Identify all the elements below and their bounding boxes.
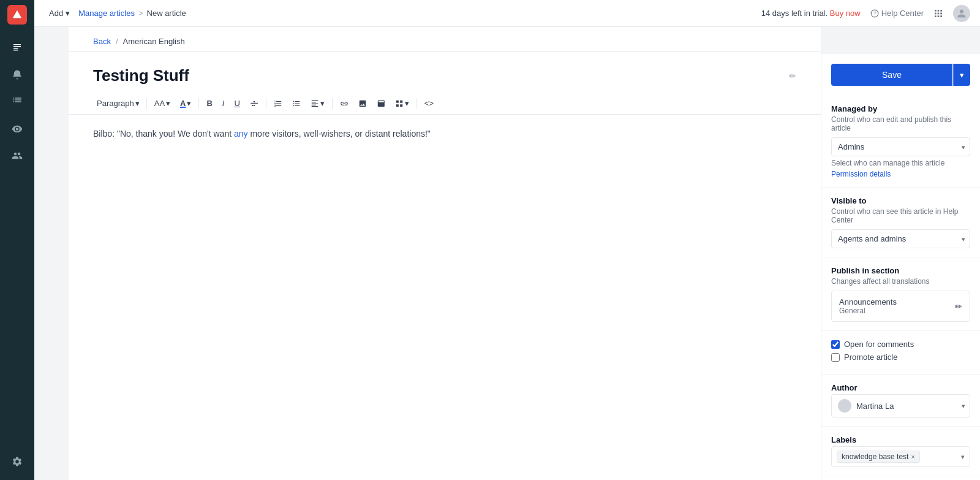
open-comments-label[interactable]: Open for comments	[844, 340, 914, 349]
trial-text: 14 days left in trial. Buy now	[761, 9, 861, 18]
svg-rect-3	[935, 10, 937, 12]
author-select[interactable]: Martina La	[831, 394, 970, 417]
svg-marker-0	[13, 10, 21, 18]
save-button[interactable]: Save	[831, 64, 952, 86]
add-label: Add	[49, 9, 63, 18]
publish-edit-pencil-icon[interactable]: ✏	[955, 302, 962, 311]
main-area: Back / American English Testing Stuff ✏ …	[69, 27, 980, 480]
attachments-section: Attachments received_5369066604634835.we…	[821, 476, 980, 480]
editor-toolbar: Paragraph ▾ AA ▾ A ▾ B I U	[69, 93, 821, 115]
toolbar-fontcolor-button[interactable]: A ▾	[176, 96, 195, 110]
toolbar-sep-1	[146, 98, 147, 109]
sidebar-icon-list[interactable]	[5, 90, 29, 114]
breadcrumb-separator: >	[138, 9, 143, 18]
sidebar-icon-articles[interactable]	[5, 36, 29, 60]
sidebar-icon-settings[interactable]	[5, 449, 29, 474]
publish-section-sub: General	[839, 307, 955, 315]
toolbar-italic-button[interactable]: I	[218, 96, 229, 110]
save-dropdown-button[interactable]: ▾	[953, 64, 970, 86]
author-label: Author	[831, 383, 970, 392]
svg-text:?: ?	[873, 10, 876, 16]
publish-section: Publish in section Changes affect all tr…	[821, 257, 980, 331]
logo[interactable]	[7, 5, 27, 25]
label-tag: knowledge base test ×	[837, 451, 920, 463]
visible-to-select-wrapper: Agents and admins Everyone Admins only ▾	[831, 229, 970, 248]
paragraph-chevron-icon: ▾	[135, 99, 140, 108]
visible-to-label: Visible to	[831, 196, 970, 205]
visible-to-select[interactable]: Agents and admins Everyone Admins only	[831, 229, 970, 248]
apps-icon[interactable]	[933, 9, 943, 18]
help-center-link[interactable]: ? Help Center	[870, 9, 924, 18]
sidebar-icon-team[interactable]	[5, 143, 29, 168]
publish-box[interactable]: Announcements General ✏	[831, 291, 970, 322]
managed-by-sublabel: Control who can edit and publish this ar…	[831, 115, 970, 132]
topbar-left: Add ▾ Manage articles > New article	[44, 6, 761, 20]
permission-select-text: Select who can manage this article	[831, 159, 970, 167]
user-avatar[interactable]	[953, 5, 970, 22]
label-tag-remove-icon[interactable]: ×	[911, 453, 914, 460]
back-link[interactable]: Back	[93, 37, 111, 46]
author-select-wrapper: Martina La ▾	[831, 394, 970, 417]
labels-input-area[interactable]: knowledge base test × ▾	[831, 446, 970, 467]
editor-nav: Back / American English	[69, 27, 821, 51]
toolbar-sep-5	[417, 98, 417, 109]
labels-label: Labels	[831, 435, 970, 444]
article-title[interactable]: Testing Stuff	[93, 66, 783, 85]
promote-article-row: Promote article	[831, 352, 970, 362]
managed-by-section: Managed by Control who can edit and publ…	[821, 96, 980, 188]
author-avatar	[838, 399, 851, 413]
toolbar-code-button[interactable]: <>	[420, 96, 438, 110]
nav-separator: /	[116, 37, 118, 46]
open-comments-checkbox[interactable]	[831, 340, 840, 349]
publish-label: Publish in section	[831, 266, 970, 275]
publish-box-content: Announcements General	[839, 297, 955, 315]
svg-rect-4	[938, 10, 940, 12]
managed-by-select-wrapper: Admins Agents and admins ▾	[831, 137, 970, 156]
editor-area: Back / American English Testing Stuff ✏ …	[69, 27, 821, 480]
toolbar-table2-button[interactable]: ▾	[391, 96, 413, 110]
publish-section-name: Announcements	[839, 297, 955, 307]
add-button[interactable]: Add ▾	[44, 6, 75, 20]
breadcrumb: Manage articles > New article	[78, 9, 186, 18]
toolbar-ul-button[interactable]	[288, 97, 305, 110]
sidebar-icon-eye[interactable]	[5, 116, 29, 141]
svg-rect-5	[940, 10, 942, 12]
topbar: Add ▾ Manage articles > New article 14 d…	[34, 0, 980, 27]
options-section: Open for comments Promote article	[821, 331, 980, 375]
toolbar-align-button[interactable]: ▾	[306, 96, 329, 110]
svg-rect-8	[940, 12, 942, 14]
editor-content[interactable]: Bilbo: "No, thank you! We don't want any…	[69, 115, 821, 480]
open-comments-row: Open for comments	[831, 340, 970, 349]
visible-to-section: Visible to Control who can see this arti…	[821, 188, 980, 257]
language-label: American English	[123, 37, 185, 46]
managed-by-select[interactable]: Admins Agents and admins	[831, 137, 970, 156]
sidebar-icon-notifications[interactable]	[5, 63, 29, 87]
svg-rect-7	[938, 12, 940, 14]
svg-rect-9	[935, 15, 937, 17]
svg-rect-6	[935, 12, 937, 14]
title-edit-pencil-icon[interactable]: ✏	[789, 71, 796, 81]
svg-rect-11	[940, 15, 942, 17]
toolbar-ol-button[interactable]	[270, 97, 287, 110]
toolbar-sep-4	[332, 98, 333, 109]
permission-details-link[interactable]: Permission details	[831, 170, 970, 178]
toolbar-sep-2	[198, 98, 199, 109]
buy-now-link[interactable]: Buy now	[830, 9, 861, 18]
promote-article-label[interactable]: Promote article	[844, 352, 897, 362]
toolbar-fontsize-button[interactable]: AA ▾	[150, 96, 175, 110]
toolbar-paragraph-select[interactable]: Paragraph ▾	[93, 96, 143, 110]
toolbar-image-button[interactable]	[354, 97, 371, 110]
article-body: Bilbo: "No, thank you! We don't want any…	[93, 127, 796, 140]
labels-chevron-icon: ▾	[961, 453, 965, 461]
toolbar-strike-button[interactable]	[246, 97, 263, 110]
save-area: Save ▾	[821, 54, 980, 96]
toolbar-bold-button[interactable]: B	[202, 96, 216, 110]
toolbar-link-button[interactable]	[336, 97, 353, 110]
breadcrumb-parent[interactable]: Manage articles	[78, 9, 135, 18]
promote-article-checkbox[interactable]	[831, 353, 840, 362]
toolbar-table-button[interactable]	[372, 97, 390, 110]
author-section: Author Martina La ▾	[821, 375, 980, 427]
managed-by-label: Managed by	[831, 104, 970, 113]
labels-section: Labels knowledge base test × ▾	[821, 427, 980, 476]
toolbar-underline-button[interactable]: U	[230, 96, 244, 110]
